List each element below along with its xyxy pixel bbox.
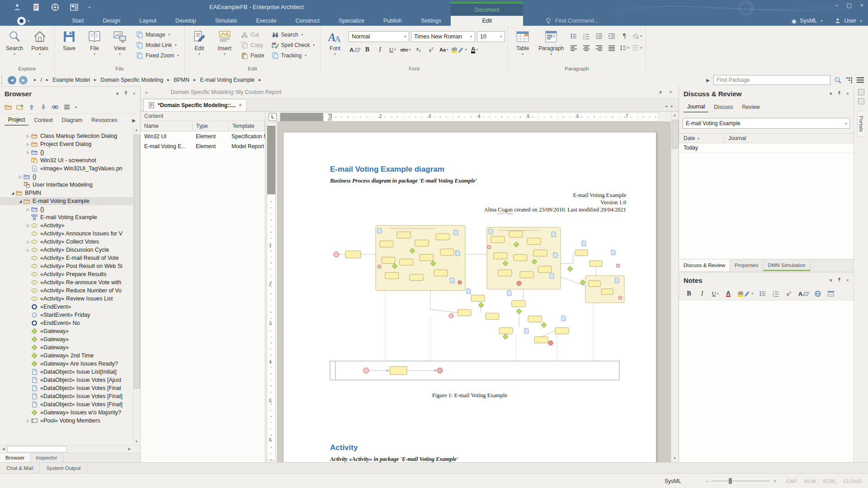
- collapse-icon[interactable]: ◢: [17, 199, 24, 203]
- tree-item-pool-voting-members[interactable]: ▷«Pool» Voting Members: [0, 417, 140, 425]
- superscript-button[interactable]: x2: [425, 45, 437, 55]
- notes-hyperlink-button[interactable]: [813, 289, 822, 298]
- portals-button[interactable]: Portals▾: [28, 28, 52, 64]
- expand-icon[interactable]: ▷: [17, 175, 24, 179]
- perspective-selector[interactable]: SysML: [800, 18, 817, 24]
- tree-item-image-win32ui-tagvalues-pn[interactable]: «Image» Win32UI_TagValues.pn: [0, 164, 140, 173]
- tree-item-gateway-issues-w-o-majority[interactable]: «Gateway» Issues w'o Majority?: [0, 408, 140, 417]
- expand-right-icon[interactable]: ▶: [706, 78, 710, 83]
- wheel-quick-icon[interactable]: [51, 2, 60, 12]
- tree-item-activity-e-mail-result-of-vote[interactable]: «Activity» E-mail Result of Vote: [0, 254, 140, 262]
- ribbon-tab-simulate[interactable]: Simulate: [206, 16, 247, 26]
- zoom-slider-thumb[interactable]: [729, 478, 732, 484]
- paste-button[interactable]: Paste: [238, 51, 267, 60]
- search-package-icon[interactable]: [834, 76, 842, 84]
- spell-check-button[interactable]: ABCSpell Check▾: [269, 41, 318, 50]
- tree-item-dataobject-issue-votes-final[interactable]: «DataObject» Issue Votes [Final: [0, 384, 140, 392]
- doc-menu-caret-icon[interactable]: ▾: [659, 89, 662, 95]
- notes-numbered-list-button[interactable]: 123: [771, 289, 780, 298]
- breadcrumb-item-e-mail-voting-example[interactable]: E-mail Voting Example: [200, 77, 255, 83]
- notes-close-icon[interactable]: ×: [846, 277, 849, 283]
- browser-tab-project[interactable]: Project: [5, 115, 28, 126]
- minimize-button[interactable]: –: [835, 2, 838, 9]
- quick-access-caret-icon[interactable]: ▾: [89, 5, 90, 9]
- breadcrumb-item-[interactable]: /: [40, 77, 42, 83]
- hamburger-menu-icon[interactable]: [856, 77, 864, 83]
- browser-foot-tab-inspector[interactable]: Inspector: [30, 453, 63, 462]
- tree-item-dataobject-issue-list-initial[interactable]: «DataObject» Issue List[Initial]: [0, 368, 140, 376]
- numbered-list-button[interactable]: 123: [580, 31, 592, 41]
- chevrons-icon[interactable]: »: [145, 89, 148, 95]
- font-color-button[interactable]: A▾: [469, 45, 481, 55]
- tree-item-e-mail-voting-example[interactable]: E-mail Voting Example: [0, 213, 140, 221]
- tab-scroll-left-icon[interactable]: ◂: [665, 103, 667, 108]
- model-link-button[interactable]: Model Link▾: [133, 41, 182, 50]
- open-folder-icon[interactable]: [5, 103, 12, 111]
- tree-item-bpmn[interactable]: ◢BPMN: [0, 189, 140, 197]
- notes-highlight-button[interactable]: ab▾: [737, 289, 754, 298]
- back-button[interactable]: ◀: [8, 76, 16, 84]
- cut-button[interactable]: Cut: [238, 30, 267, 39]
- discuss-tab-discuss[interactable]: Discuss: [710, 102, 736, 112]
- browser-menu-icon[interactable]: ▾: [116, 91, 119, 97]
- indent-button[interactable]: [606, 31, 618, 41]
- down-arrow-icon[interactable]: [40, 103, 47, 111]
- user-quick-icon[interactable]: [13, 2, 22, 12]
- layout-quick-icon[interactable]: [70, 2, 79, 12]
- font-button[interactable]: AA Font▾: [323, 28, 347, 64]
- tree-item-dataobject-issue-votes-ajust[interactable]: «DataObject» Issue Votes [Ajust: [0, 376, 140, 384]
- notes-pin-icon[interactable]: [837, 277, 842, 283]
- tree-item-gateway[interactable]: «Gateway»: [0, 343, 140, 352]
- tree-item-activity-post-result-on-web-si[interactable]: «Activity» Post Result on Web Si: [0, 262, 140, 270]
- panel-tab-dmn-simulation[interactable]: DMN Simulation: [763, 259, 810, 271]
- line-spacing-button[interactable]: ▾: [618, 43, 630, 53]
- copy-button[interactable]: Copy: [238, 41, 267, 50]
- ribbon-tab-settings[interactable]: Settings: [411, 16, 451, 26]
- ribbon-tab-publish[interactable]: Publish: [374, 16, 411, 26]
- journal-row-today[interactable]: Today: [679, 143, 854, 153]
- ribbon-tab-construct[interactable]: Construct: [286, 16, 330, 26]
- tree-item-[interactable]: ▷{}: [0, 205, 140, 213]
- doc-scroll-down-icon[interactable]: ▼: [671, 455, 678, 462]
- notes-underline-button[interactable]: U▾: [711, 289, 720, 298]
- scroll-right-icon[interactable]: ▶: [126, 446, 133, 452]
- model-grid-icon[interactable]: [845, 76, 853, 84]
- paragraph-button[interactable]: Paragraph▾: [536, 28, 566, 64]
- panel-tab-properties[interactable]: Properties: [730, 259, 763, 271]
- bullet-list-button[interactable]: [568, 31, 580, 41]
- tree-item-class-markup-selection-dialog[interactable]: ▷Class Markup Selection Dialog: [0, 132, 140, 140]
- browser-tab-context[interactable]: Context: [30, 115, 56, 125]
- expand-icon[interactable]: ▷: [25, 240, 31, 244]
- tree-item-[interactable]: ▷{}: [0, 148, 140, 156]
- browser-close-icon[interactable]: ×: [133, 91, 136, 96]
- file-button[interactable]: File▾: [83, 28, 106, 64]
- scroll-up-icon[interactable]: ▲: [133, 127, 140, 133]
- document-quick-icon[interactable]: [32, 2, 41, 12]
- document-tab[interactable]: *Domain Specific Modeling::... ×: [143, 99, 247, 111]
- notes-bullet-list-button[interactable]: [758, 289, 767, 298]
- content-row[interactable]: E-mail Voting E...ElementModel Report: [141, 141, 265, 151]
- expand-icon[interactable]: ▷: [25, 207, 31, 211]
- menu-icon[interactable]: [63, 103, 71, 111]
- scroll-down-icon[interactable]: ▼: [133, 438, 140, 445]
- doc-scroll-up-icon[interactable]: ▲: [671, 112, 678, 119]
- breadcrumb-item-domain-specific-modeling[interactable]: Domain Specific Modeling: [100, 77, 163, 83]
- tree-item-e-mail-voting-example[interactable]: ◢E-mail Voting Example: [0, 197, 140, 205]
- font-size-select[interactable]: 10▾: [477, 31, 505, 42]
- discuss-menu-icon[interactable]: ▾: [830, 91, 832, 97]
- contextual-tab-document[interactable]: Document: [451, 2, 523, 16]
- notes-font-color-red-button[interactable]: A: [724, 289, 733, 298]
- panel-tab-discuss-review[interactable]: Discuss & Review: [679, 259, 730, 271]
- font-family-select[interactable]: Times New Roman▾: [411, 31, 475, 42]
- tree-item-activity-prepare-results[interactable]: «Activity» Prepare Results: [0, 270, 140, 278]
- tree-item-gateway-2nd-time[interactable]: «Gateway» 2nd Time: [0, 352, 140, 360]
- save-button[interactable]: Save: [57, 28, 81, 64]
- tree-item-endevent-no[interactable]: «EndEvent» No: [0, 319, 140, 327]
- align-center-button[interactable]: [580, 43, 592, 53]
- tree-item-activity-announce-issues-for-v[interactable]: «Activity» Announce Issues for V: [0, 230, 140, 238]
- highlight-button[interactable]: ab▾: [451, 45, 468, 55]
- dock-tab-system-output[interactable]: System Output: [40, 463, 87, 474]
- tree-item-activity-discussion-cycle[interactable]: ▷«Activity» Discussion Cycle: [0, 246, 140, 254]
- expand-icon[interactable]: ▷: [25, 150, 31, 155]
- clear-format-button[interactable]: A: [349, 45, 360, 55]
